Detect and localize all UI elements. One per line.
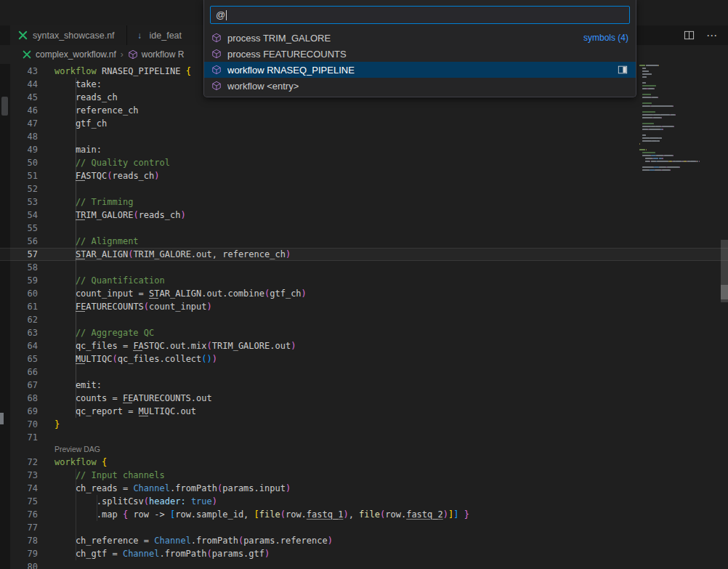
- code-area: 43workflow RNASEQ_PIPELINE {44 take:45 r…: [0, 65, 728, 569]
- code-line[interactable]: 66: [0, 366, 728, 379]
- line-number: 71: [10, 431, 38, 444]
- line-number: 50: [10, 156, 38, 169]
- indent-guide: [76, 248, 76, 261]
- code-line[interactable]: 65 MULTIQC(qc_files.collect()): [0, 352, 728, 366]
- code-text: // Trimming: [54, 195, 728, 209]
- breadcrumb-file[interactable]: complex_workflow.nf: [36, 49, 116, 60]
- indent-guide: [76, 91, 76, 104]
- indent-guide: [76, 235, 76, 248]
- quick-open-item[interactable]: workflow <entry>: [204, 78, 636, 94]
- line-number: 57: [10, 248, 38, 261]
- code-line[interactable]: 80: [0, 560, 728, 569]
- minimap[interactable]: [639, 65, 709, 175]
- quick-open-item-label: workflow RNASEQ_PIPELINE: [227, 65, 355, 76]
- nextflow-file-icon: [17, 30, 28, 41]
- code-line[interactable]: 57 STAR_ALIGN(TRIM_GALORE.out, reference…: [0, 248, 728, 261]
- code-line[interactable]: 64 qc_files = FASTQC.out.mix(TRIM_GALORE…: [0, 339, 728, 352]
- code-line[interactable]: 75 .splitCsv(header: true): [0, 495, 728, 508]
- code-text: // Alignment: [54, 235, 728, 248]
- minimap-line: [639, 123, 709, 124]
- line-number: 66: [10, 366, 38, 379]
- code-line[interactable]: 60 count_input = STAR_ALIGN.out.combine(…: [0, 287, 728, 300]
- code-line[interactable]: 61 FEATURECOUNTS(count_input): [0, 300, 728, 313]
- code-line[interactable]: 50 // Quality control: [0, 156, 728, 169]
- code-text: qc_report = MULTIQC.out: [54, 405, 728, 418]
- indent-guide: [76, 508, 76, 521]
- split-editor-icon[interactable]: [683, 30, 695, 41]
- line-number: 58: [10, 261, 38, 274]
- code-line[interactable]: 56 // Alignment: [0, 235, 728, 248]
- indent-guide: [97, 495, 97, 508]
- line-number: 80: [10, 560, 38, 569]
- code-text: .map { row -> [row.sample_id, [file(row.…: [54, 508, 728, 521]
- minimap-line: [639, 155, 709, 156]
- indent-guide: [76, 300, 76, 313]
- code-line[interactable]: 54 TRIM_GALORE(reads_ch): [0, 209, 728, 222]
- code-line[interactable]: 74 ch_reads = Channel.fromPath(params.in…: [0, 482, 728, 495]
- editor[interactable]: 43workflow RNASEQ_PIPELINE {44 take:45 r…: [0, 64, 728, 569]
- code-line[interactable]: 63 // Aggregate QC: [0, 326, 728, 339]
- minimap-line: [639, 65, 709, 66]
- tab-syntax-showcase[interactable]: syntax_showcase.nf: [10, 25, 127, 45]
- symbol-icon: [128, 49, 138, 60]
- code-line[interactable]: 76 .map { row -> [row.sample_id, [file(r…: [0, 508, 728, 521]
- code-line[interactable]: 48: [0, 130, 728, 143]
- breadcrumb-symbol[interactable]: workflow R: [142, 49, 185, 60]
- codelens-row[interactable]: Preview DAG: [0, 444, 728, 456]
- code-line[interactable]: 72workflow {: [0, 456, 728, 469]
- code-line[interactable]: 77: [0, 521, 728, 534]
- indent-guide: [76, 195, 76, 209]
- code-line[interactable]: 69 qc_report = MULTIQC.out: [0, 405, 728, 418]
- line-number: 60: [10, 287, 38, 300]
- code-line[interactable]: 79 ch_gtf = Channel.fromPath(params.gtf): [0, 547, 728, 560]
- minimap-line: [639, 120, 709, 121]
- code-line[interactable]: 62: [0, 313, 728, 326]
- code-line[interactable]: 67 emit:: [0, 379, 728, 392]
- minimap-line: [639, 82, 709, 84]
- code-line[interactable]: 68 counts = FEATURECOUNTS.out: [0, 392, 728, 405]
- quick-open-item[interactable]: process TRIM_GALOREsymbols (4): [204, 30, 636, 46]
- group-badge: symbols (4): [583, 33, 628, 43]
- minimap-line: [639, 79, 709, 81]
- quick-open-list: process TRIM_GALOREsymbols (4)process FE…: [204, 30, 636, 94]
- line-number: 62: [10, 313, 38, 326]
- tab-ide-features[interactable]: ↓ ide_feat: [127, 25, 207, 45]
- code-line[interactable]: 78 ch_reference = Channel.fromPath(param…: [0, 534, 728, 547]
- quick-open-item[interactable]: process FEATURECOUNTS: [204, 46, 636, 62]
- code-line[interactable]: 73 // Input channels: [0, 469, 728, 482]
- indent-guide: [76, 313, 76, 326]
- code-text: qc_files = FASTQC.out.mix(TRIM_GALORE.ou…: [54, 339, 728, 352]
- indent-guide: [76, 78, 76, 91]
- open-to-side-icon[interactable]: [617, 64, 628, 76]
- code-line[interactable]: 71: [0, 431, 728, 444]
- minimap-line: [639, 152, 709, 153]
- indent-guide: [76, 117, 76, 130]
- codelens-action[interactable]: Preview DAG: [54, 444, 728, 455]
- quick-open-item[interactable]: workflow RNASEQ_PIPELINE: [204, 62, 636, 78]
- minimap-line: [639, 97, 709, 98]
- line-number: 72: [10, 456, 38, 469]
- line-number: 46: [10, 104, 38, 117]
- indent-guide: [76, 156, 76, 169]
- code-line[interactable]: 58: [0, 261, 728, 274]
- code-line[interactable]: 59 // Quantification: [0, 274, 728, 287]
- line-number: 78: [10, 534, 38, 547]
- more-actions-icon[interactable]: ⋯: [706, 30, 718, 41]
- code-text: .splitCsv(header: true): [54, 495, 728, 508]
- code-line[interactable]: 49 main:: [0, 143, 728, 156]
- quick-open-input[interactable]: @: [210, 6, 630, 24]
- minimap-line: [639, 102, 709, 104]
- code-line[interactable]: 52: [0, 182, 728, 195]
- line-number: 45: [10, 91, 38, 104]
- code-line[interactable]: 47 gtf_ch: [0, 117, 728, 130]
- code-line[interactable]: 55: [0, 222, 728, 235]
- code-line[interactable]: 51 FASTQC(reads_ch): [0, 169, 728, 182]
- code-line[interactable]: 46 reference_ch: [0, 104, 728, 117]
- vertical-scrollbar[interactable]: [721, 64, 728, 569]
- code-line[interactable]: 53 // Trimming: [0, 195, 728, 209]
- code-text: STAR_ALIGN(TRIM_GALORE.out, reference_ch…: [54, 248, 728, 261]
- symbol-icon: [211, 64, 222, 76]
- code-text: ch_gtf = Channel.fromPath(params.gtf): [54, 547, 728, 560]
- minimap-line: [639, 91, 709, 92]
- code-line[interactable]: 70}: [0, 418, 728, 431]
